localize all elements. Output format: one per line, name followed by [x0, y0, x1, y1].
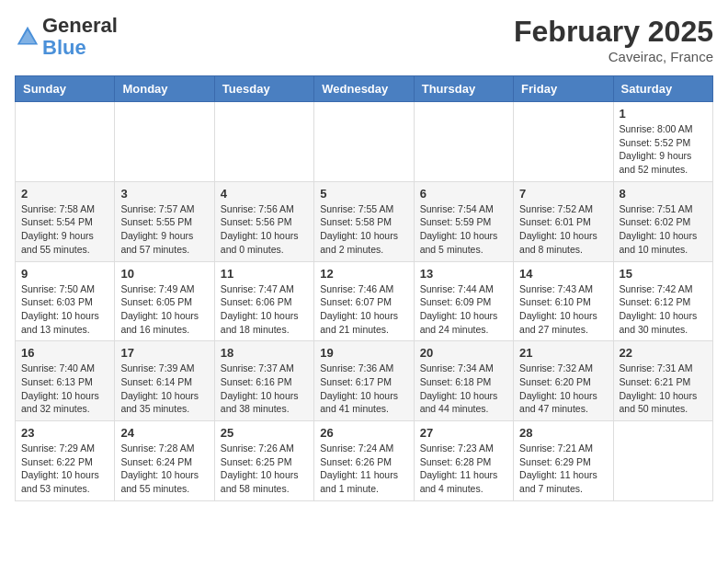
- day-info: Sunrise: 7:29 AM: [21, 442, 108, 455]
- day-info: Sunset: 6:29 PM: [519, 455, 607, 469]
- calendar-cell: 6Sunrise: 7:54 AMSunset: 5:59 PMDaylight…: [414, 181, 513, 261]
- calendar-week-1: 1Sunrise: 8:00 AMSunset: 5:52 PMDaylight…: [16, 102, 713, 182]
- calendar-cell: 16Sunrise: 7:40 AMSunset: 6:13 PMDayligh…: [16, 341, 115, 421]
- calendar-cell: 10Sunrise: 7:49 AMSunset: 6:05 PMDayligh…: [115, 261, 214, 341]
- day-info: Sunset: 5:54 PM: [21, 215, 108, 229]
- day-info: Sunrise: 7:44 AM: [420, 282, 507, 296]
- day-info: Sunrise: 7:51 AM: [620, 202, 707, 216]
- day-info: Sunset: 5:52 PM: [620, 136, 707, 150]
- title-block: February 2025 Caveirac, France: [514, 15, 713, 64]
- day-number: 26: [320, 426, 407, 440]
- calendar-cell: [514, 102, 613, 182]
- day-info: Daylight: 11 hours and 1 minute.: [320, 468, 407, 495]
- day-number: 19: [320, 346, 407, 360]
- day-info: Daylight: 10 hours and 16 minutes.: [120, 309, 208, 336]
- calendar-table: SundayMondayTuesdayWednesdayThursdayFrid…: [15, 75, 713, 501]
- day-number: 24: [120, 426, 208, 440]
- day-info: Sunrise: 7:21 AM: [519, 442, 607, 455]
- day-header-friday: Friday: [514, 76, 613, 102]
- day-info: Sunrise: 7:39 AM: [120, 362, 208, 375]
- calendar-cell: 12Sunrise: 7:46 AMSunset: 6:07 PMDayligh…: [314, 261, 414, 341]
- day-info: Sunrise: 7:31 AM: [620, 362, 707, 375]
- calendar-week-2: 2Sunrise: 7:58 AMSunset: 5:54 PMDaylight…: [16, 181, 713, 261]
- day-number: 8: [620, 187, 707, 201]
- day-number: 25: [221, 426, 308, 440]
- day-info: Sunset: 6:24 PM: [120, 455, 208, 469]
- calendar-cell: 14Sunrise: 7:43 AMSunset: 6:10 PMDayligh…: [514, 261, 613, 341]
- day-info: Daylight: 10 hours and 13 minutes.: [21, 309, 108, 336]
- day-info: Sunrise: 7:37 AM: [221, 362, 308, 375]
- day-info: Daylight: 10 hours and 35 minutes.: [120, 389, 208, 416]
- day-info: Sunrise: 7:28 AM: [120, 442, 208, 455]
- day-info: Sunrise: 7:32 AM: [519, 362, 607, 375]
- day-info: Sunset: 6:05 PM: [120, 295, 208, 309]
- day-info: Sunset: 6:14 PM: [120, 375, 208, 389]
- day-info: Sunrise: 7:54 AM: [420, 202, 507, 216]
- calendar-week-3: 9Sunrise: 7:50 AMSunset: 6:03 PMDaylight…: [16, 261, 713, 341]
- day-info: Daylight: 10 hours and 58 minutes.: [221, 468, 308, 495]
- day-info: Sunset: 6:10 PM: [519, 295, 607, 309]
- calendar-week-4: 16Sunrise: 7:40 AMSunset: 6:13 PMDayligh…: [16, 341, 713, 421]
- calendar-cell: 1Sunrise: 8:00 AMSunset: 5:52 PMDaylight…: [613, 102, 712, 182]
- calendar-cell: 15Sunrise: 7:42 AMSunset: 6:12 PMDayligh…: [613, 261, 712, 341]
- day-info: Sunset: 6:09 PM: [420, 295, 507, 309]
- day-info: Daylight: 10 hours and 30 minutes.: [620, 309, 707, 336]
- day-info: Sunrise: 7:46 AM: [320, 282, 407, 296]
- day-number: 21: [519, 346, 607, 360]
- calendar-cell: 27Sunrise: 7:23 AMSunset: 6:28 PMDayligh…: [414, 421, 513, 501]
- day-info: Daylight: 10 hours and 50 minutes.: [620, 389, 707, 416]
- day-info: Sunrise: 7:47 AM: [221, 282, 308, 296]
- day-info: Sunrise: 7:58 AM: [21, 202, 108, 216]
- day-info: Sunrise: 7:50 AM: [21, 282, 108, 296]
- day-info: Daylight: 10 hours and 38 minutes.: [221, 389, 308, 416]
- day-info: Sunset: 6:20 PM: [519, 375, 607, 389]
- day-info: Sunset: 6:21 PM: [620, 375, 707, 389]
- calendar-cell: 17Sunrise: 7:39 AMSunset: 6:14 PMDayligh…: [115, 341, 214, 421]
- day-info: Sunset: 6:07 PM: [320, 295, 407, 309]
- day-number: 3: [120, 187, 208, 201]
- calendar-cell: 20Sunrise: 7:34 AMSunset: 6:18 PMDayligh…: [414, 341, 513, 421]
- day-info: Daylight: 11 hours and 7 minutes.: [519, 468, 607, 495]
- day-number: 28: [519, 426, 607, 440]
- day-info: Daylight: 9 hours and 52 minutes.: [620, 149, 707, 176]
- day-number: 16: [21, 346, 108, 360]
- calendar-header-row: SundayMondayTuesdayWednesdayThursdayFrid…: [16, 76, 713, 102]
- calendar-cell: 25Sunrise: 7:26 AMSunset: 6:25 PMDayligh…: [214, 421, 313, 501]
- logo-text: GeneralBlue: [42, 15, 118, 59]
- day-info: Daylight: 10 hours and 47 minutes.: [519, 389, 607, 416]
- day-number: 27: [420, 426, 507, 440]
- day-info: Daylight: 10 hours and 24 minutes.: [420, 309, 507, 336]
- day-info: Daylight: 10 hours and 27 minutes.: [519, 309, 607, 336]
- day-info: Sunset: 5:56 PM: [221, 215, 308, 229]
- calendar-cell: 3Sunrise: 7:57 AMSunset: 5:55 PMDaylight…: [115, 181, 214, 261]
- calendar-cell: 19Sunrise: 7:36 AMSunset: 6:17 PMDayligh…: [314, 341, 414, 421]
- day-info: Daylight: 10 hours and 32 minutes.: [21, 389, 108, 416]
- calendar-cell: 21Sunrise: 7:32 AMSunset: 6:20 PMDayligh…: [514, 341, 613, 421]
- day-info: Daylight: 10 hours and 5 minutes.: [420, 229, 507, 256]
- day-header-saturday: Saturday: [613, 76, 712, 102]
- day-info: Sunset: 6:22 PM: [21, 455, 108, 469]
- day-number: 1: [620, 107, 707, 121]
- calendar-cell: 8Sunrise: 7:51 AMSunset: 6:02 PMDaylight…: [613, 181, 712, 261]
- day-info: Sunrise: 7:26 AM: [221, 442, 308, 455]
- day-info: Sunrise: 8:00 AM: [620, 122, 707, 136]
- day-info: Daylight: 10 hours and 44 minutes.: [420, 389, 507, 416]
- month-title: February 2025: [514, 15, 713, 49]
- day-info: Daylight: 10 hours and 2 minutes.: [320, 229, 407, 256]
- day-info: Sunset: 5:55 PM: [120, 215, 208, 229]
- day-number: 20: [420, 346, 507, 360]
- calendar-week-5: 23Sunrise: 7:29 AMSunset: 6:22 PMDayligh…: [16, 421, 713, 501]
- calendar-cell: 26Sunrise: 7:24 AMSunset: 6:26 PMDayligh…: [314, 421, 414, 501]
- day-info: Daylight: 11 hours and 4 minutes.: [420, 468, 507, 495]
- day-info: Sunrise: 7:52 AM: [519, 202, 607, 216]
- day-info: Daylight: 9 hours and 57 minutes.: [120, 229, 208, 256]
- day-number: 5: [320, 187, 407, 201]
- day-info: Sunset: 6:26 PM: [320, 455, 407, 469]
- day-number: 10: [120, 267, 208, 281]
- day-info: Daylight: 10 hours and 18 minutes.: [221, 309, 308, 336]
- day-number: 18: [221, 346, 308, 360]
- day-info: Sunrise: 7:57 AM: [120, 202, 208, 216]
- day-info: Daylight: 10 hours and 21 minutes.: [320, 309, 407, 336]
- day-info: Sunset: 6:06 PM: [221, 295, 308, 309]
- day-number: 2: [21, 187, 108, 201]
